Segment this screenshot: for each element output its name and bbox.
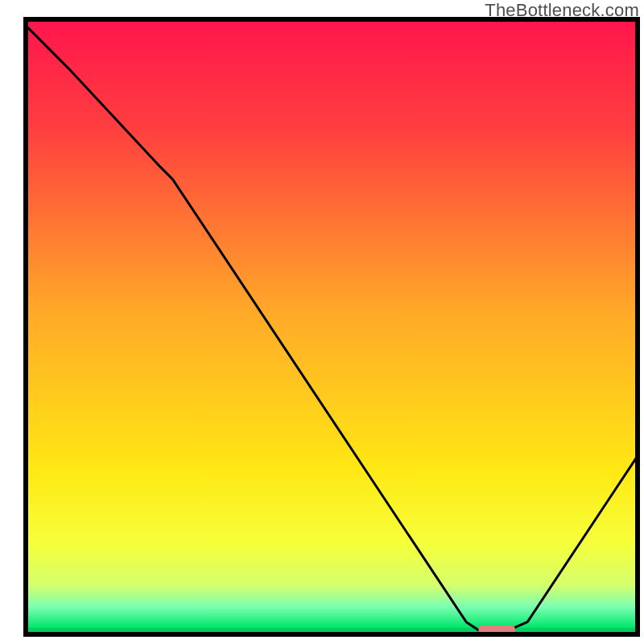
bottleneck-chart: TheBottleneck.com [0,0,644,644]
watermark-text: TheBottleneck.com [485,0,639,21]
gradient-background [26,19,638,628]
plot-area [26,19,638,634]
chart-svg [0,0,644,644]
